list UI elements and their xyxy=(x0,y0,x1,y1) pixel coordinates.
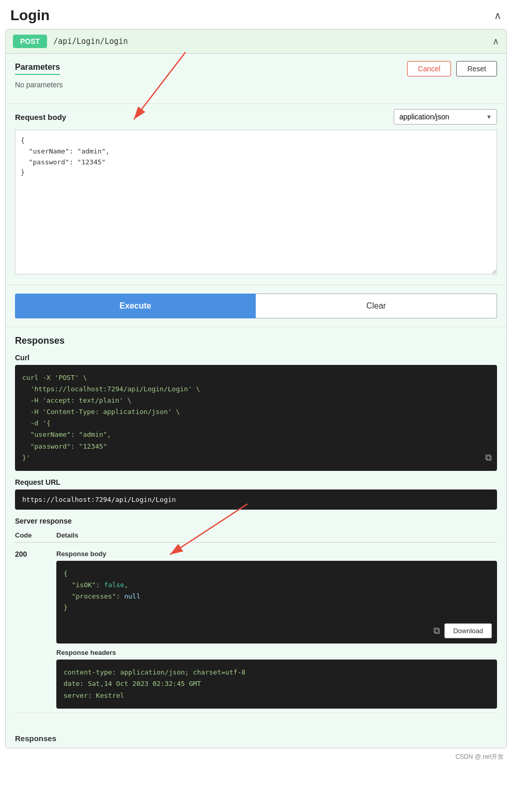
request-url-section: Request URL https://localhost:7294/api/L… xyxy=(15,478,497,510)
execute-section: Execute Clear xyxy=(6,285,506,327)
headers-code-block: content-type: application/json; charset=… xyxy=(56,660,497,708)
curl-code: curl -X 'POST' \ 'https://localhost:7294… xyxy=(22,374,200,462)
page-container: Login ∧ POST /api/Login/Login ∧ Paramete… xyxy=(0,0,512,765)
curl-label: Curl xyxy=(15,354,497,362)
server-response-section: Server response Code Details 200 Respons… xyxy=(15,517,497,713)
response-headers-label: Response headers xyxy=(56,649,497,656)
responses-bottom-section: Responses xyxy=(6,729,506,748)
api-block: POST /api/Login/Login ∧ Parameters Cance… xyxy=(5,29,507,748)
api-collapse-icon[interactable]: ∧ xyxy=(492,36,499,47)
request-body-textarea[interactable]: { "userName": "admin", "password": "1234… xyxy=(15,130,497,274)
parameters-section: Parameters Cancel Reset No parameters xyxy=(6,54,506,104)
response-code: 200 xyxy=(15,550,56,558)
no-params-text: No parameters xyxy=(15,81,497,89)
server-response-label: Server response xyxy=(15,517,497,525)
response-body-text: { "isOK": false, "processes": null } xyxy=(64,570,141,611)
response-row: 200 Response body xyxy=(15,546,497,713)
page-title: Login xyxy=(10,7,50,24)
params-title: Parameters xyxy=(15,63,60,75)
request-body-section: Request body application/json xyxy=(6,104,506,285)
method-badge: POST xyxy=(13,35,47,48)
request-url-label: Request URL xyxy=(15,478,497,486)
footer-text: CSDN @.net开发 xyxy=(455,753,504,760)
cancel-button[interactable]: Cancel xyxy=(407,61,452,76)
params-buttons: Cancel Reset xyxy=(407,61,497,76)
responses-title: Responses xyxy=(15,335,497,346)
response-body-label: Response body xyxy=(56,550,497,558)
request-body-label: Request body xyxy=(15,113,66,121)
content-type-select[interactable]: application/json xyxy=(394,109,497,125)
clear-button[interactable]: Clear xyxy=(256,294,497,318)
response-body-wrapper: { "isOK": false, "processes": null } ⧉ D… xyxy=(56,561,497,644)
page-header: Login ∧ xyxy=(0,0,512,29)
content-type-wrapper: application/json xyxy=(394,109,497,125)
page-footer: CSDN @.net开发 xyxy=(0,748,512,765)
reset-button[interactable]: Reset xyxy=(456,61,497,76)
textarea-wrapper: { "userName": "admin", "password": "1234… xyxy=(15,130,497,277)
params-header: Parameters Cancel Reset xyxy=(15,61,497,76)
response-actions: ⧉ Download xyxy=(433,623,492,639)
curl-section: Curl curl -X 'POST' \ 'https://localhost… xyxy=(15,354,497,471)
request-url-block: https://localhost:7294/api/Login/Login xyxy=(15,489,497,510)
copy-icon[interactable]: ⧉ xyxy=(485,450,492,466)
response-code-block: { "isOK": false, "processes": null } ⧉ D… xyxy=(56,561,497,644)
download-button[interactable]: Download xyxy=(444,623,492,638)
execute-button[interactable]: Execute xyxy=(15,294,256,318)
api-header: POST /api/Login/Login ∧ xyxy=(6,29,506,54)
details-col-header: Details xyxy=(56,531,497,539)
code-details-header: Code Details xyxy=(15,529,497,543)
execute-clear-row: Execute Clear xyxy=(15,294,497,318)
api-path: /api/Login/Login xyxy=(53,37,492,46)
response-details: Response body { "i xyxy=(56,550,497,709)
request-body-header: Request body application/json xyxy=(15,109,497,125)
responses-section: Responses Curl curl -X 'POST' \ 'https:/… xyxy=(6,327,506,729)
code-col-header: Code xyxy=(15,531,56,539)
copy-response-icon[interactable]: ⧉ xyxy=(433,623,440,639)
page-collapse-icon[interactable]: ∧ xyxy=(494,9,502,22)
responses-bottom-title: Responses xyxy=(15,734,497,743)
curl-code-block: curl -X 'POST' \ 'https://localhost:7294… xyxy=(15,365,497,471)
